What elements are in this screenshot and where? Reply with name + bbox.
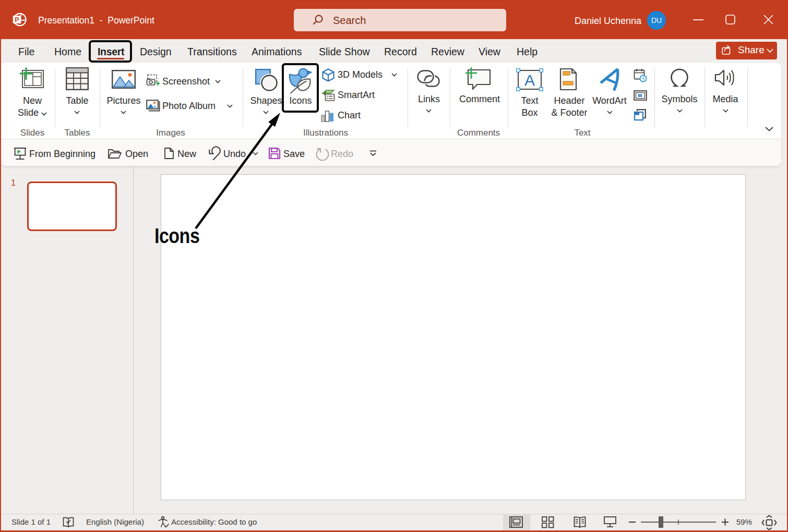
svg-text:P: P (15, 16, 19, 23)
svg-text:A: A (524, 71, 535, 89)
